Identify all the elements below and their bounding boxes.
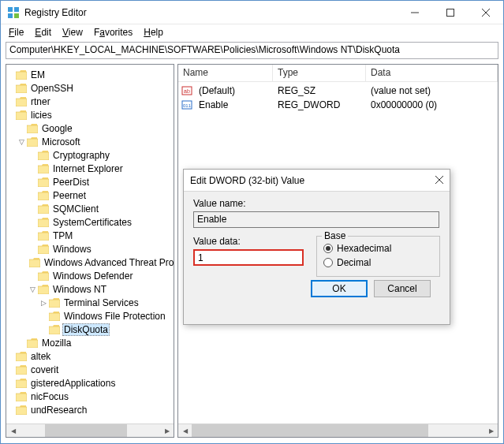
folder-icon xyxy=(16,110,27,120)
tree-hscroll[interactable]: ◀ ▶ xyxy=(6,423,174,437)
svg-rect-33 xyxy=(16,407,27,415)
tree-label: DiskQuota xyxy=(62,323,110,336)
cell-type: REG_DWORD xyxy=(273,99,366,110)
tree-item[interactable]: Windows File Protection xyxy=(6,309,174,323)
tree-label: Windows xyxy=(51,244,93,255)
tree-item[interactable]: undResearch xyxy=(6,403,174,416)
expander-icon[interactable]: ▷ xyxy=(39,299,48,307)
folder-icon xyxy=(49,312,60,321)
dialog-title: Edit DWORD (32-bit) Value xyxy=(190,175,435,186)
svg-rect-26 xyxy=(49,313,60,321)
ok-button[interactable]: OK xyxy=(311,280,368,297)
folder-icon xyxy=(29,258,40,267)
tree-item[interactable]: Mozilla xyxy=(6,336,174,349)
tree-item[interactable]: ▽Microsoft xyxy=(6,135,174,148)
address-bar[interactable]: Computer\HKEY_LOCAL_MACHINE\SOFTWARE\Pol… xyxy=(6,42,498,59)
svg-text:ab: ab xyxy=(184,88,190,94)
value-data-input[interactable] xyxy=(193,249,304,266)
svg-rect-10 xyxy=(16,99,27,106)
folder-icon xyxy=(16,352,27,361)
menu-edit[interactable]: Edit xyxy=(35,27,51,38)
string-value-icon: ab xyxy=(181,85,192,96)
cell-name: Enable xyxy=(194,99,273,110)
folder-icon xyxy=(49,298,60,308)
base-legend: Base xyxy=(322,230,348,241)
svg-rect-30 xyxy=(16,367,27,375)
tree-item[interactable]: rtner xyxy=(6,95,174,108)
scroll-left-icon[interactable]: ◀ xyxy=(6,424,20,437)
tree-label: Microsoft xyxy=(40,136,82,147)
tree-item[interactable]: PeerDist xyxy=(6,175,174,188)
svg-rect-22 xyxy=(29,259,40,267)
cancel-button[interactable]: Cancel xyxy=(374,280,431,297)
tree-item[interactable]: DiskQuota xyxy=(6,323,174,336)
tree-item[interactable]: Windows xyxy=(6,242,174,256)
col-type[interactable]: Type xyxy=(273,65,366,81)
tree-label: nicFocus xyxy=(29,391,70,402)
tree-item[interactable]: EM xyxy=(6,68,174,81)
svg-rect-25 xyxy=(49,300,60,308)
svg-rect-13 xyxy=(27,139,38,147)
tree-label: Mozilla xyxy=(40,338,73,349)
tree-item[interactable]: ▽Windows NT xyxy=(6,282,174,296)
dialog-close-icon[interactable] xyxy=(435,175,443,186)
scroll-right-icon[interactable]: ▶ xyxy=(160,424,174,437)
folder-icon xyxy=(38,231,49,241)
folder-icon xyxy=(27,137,38,147)
tree-label: PeerDist xyxy=(51,177,91,188)
svg-rect-11 xyxy=(16,112,27,120)
tree-item[interactable]: altek xyxy=(6,349,174,363)
tree-label: Terminal Services xyxy=(62,297,140,308)
col-data[interactable]: Data xyxy=(366,65,498,81)
tree-item[interactable]: TPM xyxy=(6,229,174,242)
minimize-button[interactable] xyxy=(397,1,432,24)
tree-item[interactable]: Peernet xyxy=(6,188,174,202)
cell-type: REG_SZ xyxy=(273,85,366,96)
tree-item[interactable]: Windows Advanced Threat Protec xyxy=(6,256,174,269)
tree-item[interactable]: Cryptography xyxy=(6,148,174,162)
col-name[interactable]: Name xyxy=(178,65,273,81)
svg-rect-32 xyxy=(16,394,27,401)
radio-icon xyxy=(323,258,333,267)
tree-item[interactable]: Internet Explorer xyxy=(6,162,174,175)
value-name-field[interactable]: Enable xyxy=(193,211,439,228)
tree-item[interactable]: gisteredApplications xyxy=(6,376,174,390)
list-row[interactable]: 011EnableREG_DWORD0x00000000 (0) xyxy=(178,98,498,112)
folder-icon xyxy=(16,405,27,415)
folder-icon xyxy=(38,218,49,227)
svg-rect-31 xyxy=(16,380,27,388)
list-hscroll[interactable]: ◀ ▶ xyxy=(178,423,498,437)
folder-icon xyxy=(38,177,49,187)
tree-item[interactable]: OpenSSH xyxy=(6,81,174,95)
list-row[interactable]: ab(Default)REG_SZ(value not set) xyxy=(178,84,498,98)
tree-label: undResearch xyxy=(29,405,88,416)
close-button[interactable] xyxy=(468,1,503,24)
tree-item[interactable]: Google xyxy=(6,121,174,135)
radio-dec[interactable]: Decimal xyxy=(323,256,433,270)
tree-item[interactable]: ▷Terminal Services xyxy=(6,296,174,309)
tree-item[interactable]: SQMClient xyxy=(6,202,174,215)
menu-help[interactable]: Help xyxy=(144,27,163,38)
tree-item[interactable]: coverit xyxy=(6,363,174,376)
menu-view[interactable]: View xyxy=(62,27,83,38)
tree-label: Internet Explorer xyxy=(51,163,125,174)
expander-icon[interactable]: ▽ xyxy=(17,138,26,146)
value-data-label: Value data: xyxy=(193,236,307,247)
value-name-label: Value name: xyxy=(193,198,440,209)
svg-rect-15 xyxy=(38,166,49,173)
tree-item[interactable]: licies xyxy=(6,108,174,121)
expander-icon[interactable]: ▽ xyxy=(28,285,37,293)
tree-item[interactable]: Windows Defender xyxy=(6,269,174,282)
tree-item[interactable]: nicFocus xyxy=(6,390,174,403)
scroll-right-icon[interactable]: ▶ xyxy=(484,424,498,437)
svg-rect-14 xyxy=(38,152,49,160)
radio-icon xyxy=(323,244,333,253)
tree-item[interactable]: SystemCertificates xyxy=(6,215,174,229)
scroll-left-icon[interactable]: ◀ xyxy=(178,424,192,437)
radio-hex[interactable]: Hexadecimal xyxy=(323,241,433,256)
folder-icon xyxy=(16,392,27,401)
maximize-button[interactable] xyxy=(432,1,468,24)
menu-file[interactable]: File xyxy=(9,27,24,38)
folder-icon xyxy=(38,285,49,294)
menu-favorites[interactable]: Favorites xyxy=(94,27,133,38)
